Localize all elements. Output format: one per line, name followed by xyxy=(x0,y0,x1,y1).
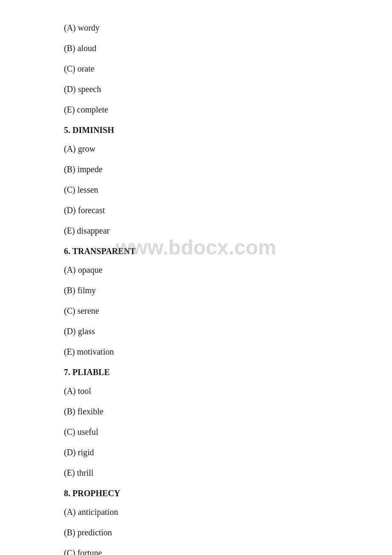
q6-opt-c: (C) serene xyxy=(64,304,328,317)
q6-heading: 6. TRANSPARENT xyxy=(64,245,328,257)
q6-opt-d: (D) glass xyxy=(64,325,328,338)
q8-opt-b: (B) prediction xyxy=(64,526,328,539)
opt-e-complete: (E) complete xyxy=(64,103,328,116)
q8-heading: 8. PROPHECY xyxy=(64,487,328,500)
opt-c-orate: (C) orate xyxy=(64,62,328,75)
q6-opt-e: (E) motivation xyxy=(64,345,328,358)
q5-opt-b: (B) impede xyxy=(64,163,328,176)
q7-heading: 7. PLIABLE xyxy=(64,366,328,379)
q7-opt-c: (C) useful xyxy=(64,425,328,438)
q8-opt-c: (C) fortune xyxy=(64,546,328,555)
q7-opt-a: (A) tool xyxy=(64,384,328,397)
q5-heading: 5. DIMINISH xyxy=(64,124,328,136)
q5-opt-a: (A) grow xyxy=(64,142,328,155)
opt-d-speech: (D) speech xyxy=(64,83,328,95)
q7-opt-d: (D) rigid xyxy=(64,446,328,459)
q7-opt-b: (B) flexible xyxy=(64,405,328,418)
q6-opt-b: (B) filmy xyxy=(64,284,328,297)
q7-opt-e: (E) thrill xyxy=(64,466,328,479)
q5-opt-d: (D) forecast xyxy=(64,204,328,217)
q5-opt-e: (E) disappear xyxy=(64,224,328,237)
q5-opt-c: (C) lessen xyxy=(64,183,328,196)
q8-opt-a: (A) anticipation xyxy=(64,506,328,518)
opt-a-wordy: (A) wordy xyxy=(64,21,328,34)
q6-opt-a: (A) opaque xyxy=(64,263,328,276)
content-area: (A) wordy(B) aloud(C) orate(D) speech(E)… xyxy=(64,21,328,555)
opt-b-aloud: (B) aloud xyxy=(64,42,328,55)
